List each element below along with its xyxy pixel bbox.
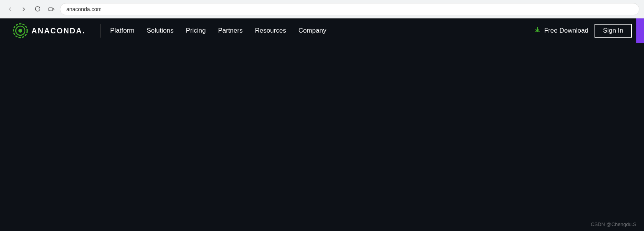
navbar: ANACONDA. Platform Solutions Pricing Par… (0, 18, 644, 43)
nav-link-solutions[interactable]: Solutions (147, 27, 174, 35)
browser-chrome: anaconda.com (0, 0, 644, 18)
logo-text: ANACONDA. (31, 26, 85, 35)
purple-accent-bar (636, 18, 644, 43)
nav-link-resources[interactable]: Resources (255, 27, 286, 35)
download-icon (534, 26, 541, 36)
website: ANACONDA. Platform Solutions Pricing Par… (0, 18, 644, 231)
svg-point-4 (18, 29, 22, 33)
nav-actions: Free Download Sign In (534, 24, 632, 38)
free-download-button[interactable]: Free Download (534, 26, 588, 36)
nav-divider (100, 24, 101, 38)
nav-link-company[interactable]: Company (298, 27, 326, 35)
free-download-label: Free Download (544, 27, 588, 35)
sign-in-button[interactable]: Sign In (595, 24, 632, 38)
back-button[interactable] (5, 4, 15, 15)
watermark: CSDN @Chengdu.S (591, 221, 636, 227)
nav-link-partners[interactable]: Partners (218, 27, 242, 35)
url-text: anaconda.com (66, 6, 102, 12)
address-bar[interactable]: anaconda.com (60, 3, 639, 15)
forward-button[interactable] (18, 4, 29, 15)
logo-area: ANACONDA. (12, 23, 85, 39)
reload-button[interactable] (32, 4, 43, 15)
nav-links: Platform Solutions Pricing Partners Reso… (110, 27, 534, 35)
nav-link-pricing[interactable]: Pricing (186, 27, 206, 35)
anaconda-logo-icon (12, 23, 28, 39)
nav-link-platform[interactable]: Platform (110, 27, 134, 35)
svg-point-1 (49, 10, 49, 11)
cast-button[interactable] (46, 4, 57, 15)
main-content (0, 43, 644, 231)
